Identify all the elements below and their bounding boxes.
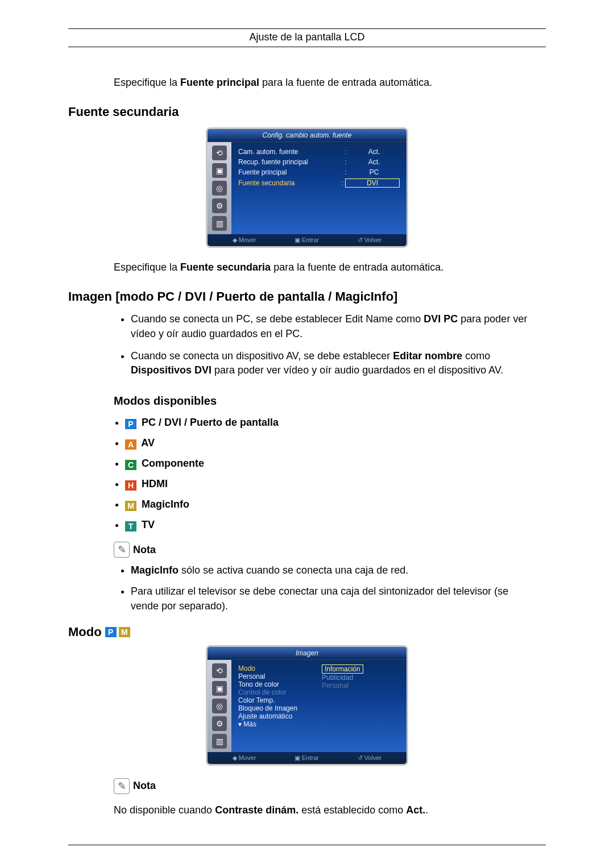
osd-content: Modo Personal Tono de color Control de c… — [231, 660, 406, 752]
note-icon: ✎ — [114, 542, 130, 558]
section-modo: Modo PM — [68, 625, 546, 639]
badge-t-icon: T — [125, 521, 136, 531]
osd-sidebar-icons: ⟲ ▣ ◎ ⚙ ▥ — [208, 660, 231, 752]
osd-sidebar-icons: ⟲ ▣ ◎ ⚙ ▥ — [208, 142, 231, 234]
final-note: No disponible cuando Contraste dinám. es… — [114, 804, 546, 816]
bold-text: Dispositivos DVI — [131, 364, 211, 376]
mode-componente: C Componente — [125, 458, 546, 470]
osd-content: Cam. autom. fuente : Act. Recup. fuente … — [231, 142, 406, 234]
text: para poder ver vídeo y oír audio guardad… — [211, 364, 503, 376]
note-heading-1: ✎ Nota — [114, 542, 546, 558]
osd-icon: ▥ — [212, 216, 227, 231]
osd-row-value: Act. — [349, 148, 400, 156]
osd-row: Cam. autom. fuente : Act. — [238, 147, 400, 157]
text: Especifique la — [114, 261, 180, 273]
mode-pc: P PC / DVI / Puerto de pantalla — [125, 417, 546, 429]
text: para la fuente de entrada automática. — [259, 77, 432, 88]
section-fuente-secundaria: Fuente secundaria — [68, 105, 546, 119]
osd-icon: ⚙ — [212, 198, 227, 213]
text: está establecido como — [298, 804, 406, 816]
osd-row-label: Cam. autom. fuente — [238, 148, 343, 156]
badge-m-icon: M — [119, 627, 130, 637]
section-imagen: Imagen [modo PC / DVI / Puerto de pantal… — [68, 289, 546, 304]
osd-row-selected: Fuente secundaria : DVI — [238, 177, 400, 189]
osd-item: Bloqueo de Imagen — [238, 704, 316, 712]
osd-title: Config. cambio autom. fuente — [208, 129, 406, 142]
osd-item-dim: Control de color — [238, 688, 316, 696]
osd-body: ⟲ ▣ ◎ ⚙ ▥ Cam. autom. fuente : Act. Recu… — [208, 142, 406, 234]
note-label: Nota — [133, 544, 156, 556]
osd-icon: ⟲ — [212, 146, 227, 160]
mode-list: P PC / DVI / Puerto de pantalla A AV C C… — [125, 417, 546, 531]
osd-footer-move: ◆ Mover — [233, 754, 256, 762]
list-item: Para utilizar el televisor se debe conec… — [131, 584, 534, 613]
osd-icon: ◎ — [212, 181, 227, 196]
osd-item: Ajuste automático — [238, 712, 316, 720]
bold-text: Editar nombre — [393, 350, 462, 362]
osd-screenshot-1: Config. cambio autom. fuente ⟲ ▣ ◎ ⚙ ▥ C… — [206, 127, 408, 248]
osd-row: Fuente principal : PC — [238, 167, 400, 177]
osd-icon: ⟲ — [212, 663, 227, 678]
osd-item-more: ▾ Más — [238, 720, 316, 728]
osd-icon: ▣ — [212, 681, 227, 696]
osd-value-selected: Información — [322, 665, 363, 674]
bottom-rule — [68, 845, 546, 845]
badge-a-icon: A — [125, 439, 136, 450]
osd-footer-back: ↺ Volver — [358, 754, 382, 762]
osd-row-label: Recup. fuente principal — [238, 158, 343, 166]
osd-item: Tono de color — [238, 680, 316, 688]
osd-item: Personal — [238, 672, 316, 680]
osd-value: Publicidad — [322, 674, 400, 682]
osd-row-value: PC — [349, 168, 400, 176]
top-rule — [68, 28, 546, 29]
osd-icon: ▥ — [212, 734, 227, 749]
intro-paragraph-2: Especifique la Fuente secundaria para la… — [114, 260, 546, 275]
osd-icon: ⚙ — [212, 716, 227, 731]
osd-row-value: DVI — [345, 178, 400, 188]
osd-title: Imagen — [208, 647, 406, 660]
bold-text: MagicInfo — [131, 564, 179, 576]
badge-p-icon: P — [105, 627, 117, 637]
osd-item: Color Temp. — [238, 696, 316, 704]
bullets-imagen: Cuando se conecta un PC, se debe estable… — [131, 312, 546, 377]
osd-body: ⟲ ▣ ◎ ⚙ ▥ Modo Personal Tono de color Co… — [208, 660, 406, 752]
list-item: Cuando se conecta un PC, se debe estable… — [131, 312, 534, 340]
osd-row-label: Fuente principal — [238, 168, 343, 176]
osd-item-selected: Modo — [238, 665, 316, 672]
intro-paragraph-1: Especifique la Fuente principal para la … — [114, 76, 546, 90]
bold-text: Act. — [406, 804, 425, 816]
osd-screenshot-2: Imagen ⟲ ▣ ◎ ⚙ ▥ Modo Personal Tono de c… — [206, 645, 408, 766]
note-bullets-1: MagicInfo sólo se activa cuando se conec… — [131, 563, 546, 613]
text: como — [462, 350, 490, 362]
bold-text: Fuente principal — [180, 77, 259, 88]
text: para la fuente de entrada automática. — [271, 261, 443, 273]
osd-row: Recup. fuente principal : Act. — [238, 157, 400, 167]
note-icon: ✎ — [114, 778, 130, 794]
bold-text: DVI PC — [424, 313, 458, 325]
osd-footer-enter: ▣ Entrar — [294, 236, 319, 244]
list-item: MagicInfo sólo se activa cuando se conec… — [131, 563, 534, 578]
badge-h-icon: H — [125, 480, 136, 491]
osd-value: Personal — [322, 682, 400, 690]
subsection-modos: Modos disponibles — [114, 394, 546, 408]
osd-footer-enter: ▣ Entrar — [294, 754, 319, 762]
osd-footer-move: ◆ Mover — [233, 236, 256, 244]
badge-p-icon: P — [125, 419, 136, 429]
osd-row-value: Act. — [349, 158, 400, 166]
mode-av: A AV — [125, 437, 546, 450]
text: Para utilizar el televisor se debe conec… — [131, 585, 508, 611]
osd-footer-back: ↺ Volver — [358, 236, 382, 244]
osd-row-label: Fuente secundaria — [238, 179, 339, 187]
bold-text: Contraste dinám. — [215, 804, 298, 816]
text: Especifique la — [114, 77, 180, 88]
bold-text: Fuente secundaria — [180, 261, 271, 273]
text: . — [425, 804, 428, 816]
text: Cuando se conecta un PC, se debe estable… — [131, 313, 424, 325]
mode-hdmi: H HDMI — [125, 478, 546, 491]
mode-magicinfo: M MagicInfo — [125, 499, 546, 511]
list-item: Cuando se conecta un dispositivo AV, se … — [131, 349, 534, 377]
note-label: Nota — [133, 780, 156, 792]
osd-icon: ◎ — [212, 699, 227, 713]
mode-tv: T TV — [125, 519, 546, 531]
text: No disponible cuando — [114, 804, 215, 816]
